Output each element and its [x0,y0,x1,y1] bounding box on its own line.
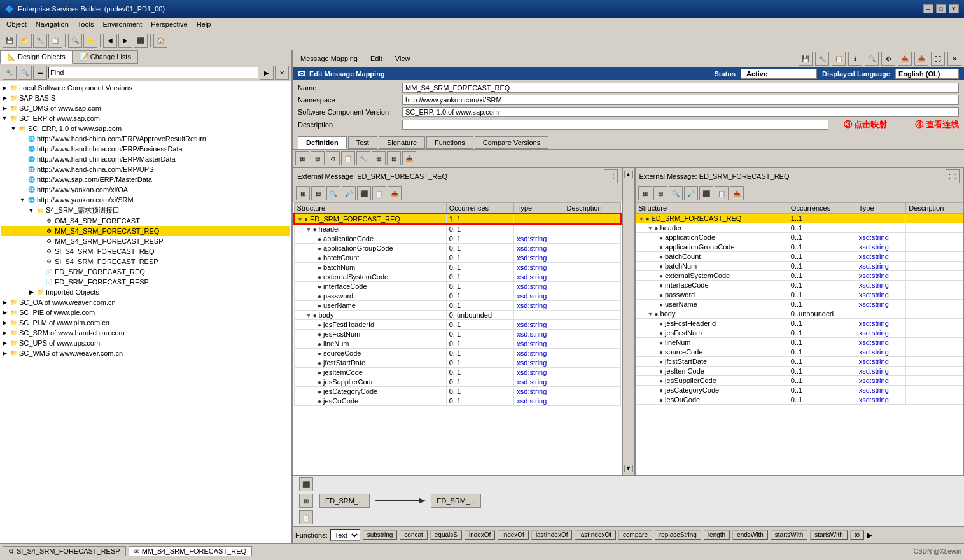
tree-item-sc-pie[interactable]: ▶ 📁 SC_PIE of www.pie.com [1,307,290,318]
tab-signature[interactable]: Signature [379,136,425,149]
tab-compare-versions[interactable]: Compare Versions [475,136,549,149]
rmt-btn-5[interactable]: ⬛ [699,186,713,200]
lmt-btn-5[interactable]: ⬛ [357,186,371,200]
left-toolbar-btn-1[interactable]: 🔧 [3,66,17,80]
lmt-btn-6[interactable]: 📋 [372,186,386,200]
tree-item-ed-resp[interactable]: 📄 ED_SRM_FORECAST_RESP [1,277,290,287]
tree-item-imported[interactable]: ▶ 📁 Imported Objects [1,287,290,297]
table-row[interactable]: ● jesOuCode0..1xsd:string [294,396,621,406]
table-row[interactable]: ● jesSupplierCode0..1xsd:string [636,376,963,386]
func-btn-compare[interactable]: compare [618,530,652,540]
menu-message-mapping[interactable]: Message Mapping [295,53,363,64]
tree-item-si-resp[interactable]: ⚙ SI_S4_SRM_FORECAST_RESP [1,256,290,267]
maximize-button[interactable]: □ [936,4,946,13]
lmt-btn-2[interactable]: ⊟ [311,186,325,200]
map-toolbar-btn-4[interactable]: 📋 [341,151,355,165]
tree-item-sc-erp[interactable]: ▼ 📁 SC_ERP of www.sap.com [1,113,290,123]
table-row[interactable]: ● batchNum0..1xsd:string [636,262,963,271]
tree-item-om-forecast[interactable]: ⚙ OM_S4_SRM_FORECAST [1,216,290,226]
left-map-expand[interactable]: ⛶ [604,169,618,183]
expand-icon[interactable]: ▼ [10,125,17,132]
table-row[interactable]: ● applicationCode0..1xsd:string [636,233,963,242]
func-scroll-right[interactable]: ▶ [867,531,872,540]
expand-icon[interactable] [37,248,43,255]
table-row[interactable]: ● jfcstStartDate0..1xsd:string [636,357,963,367]
tab-test[interactable]: Test [348,136,377,149]
expand-icon[interactable]: ▶ [1,95,8,101]
table-row[interactable]: ● externalSystemCode0..1xsd:string [294,272,621,282]
close-button[interactable]: ✕ [949,4,959,13]
tree-item-local-software[interactable]: ▶ 📁 Local Software Component Versions [1,83,290,93]
menu-environment[interactable]: Environment [99,19,146,29]
expand-icon[interactable] [19,166,25,172]
expand-icon[interactable] [19,156,25,162]
rmt-btn-2[interactable]: ⊟ [653,186,667,200]
rmt-btn-7[interactable]: 📤 [730,186,744,200]
table-row[interactable]: ● jesFcstNum0..1xsd:string [636,328,963,338]
tree-item-hand-approve[interactable]: 🌐 http://www.hand-china.com/ERP/ApproveR… [1,134,290,144]
expand-icon[interactable]: ▶ [1,319,8,326]
toolbar-back[interactable]: ◀ [103,34,117,48]
bottom-tab-mm-req[interactable]: ✉ MM_S4_SRM_FORECAST_REQ [129,546,252,556]
func-btn-startswith1[interactable]: startsWith [771,530,807,540]
expand-icon[interactable] [19,186,25,193]
expand-icon[interactable] [37,279,43,285]
func-btn-concat[interactable]: concat [400,530,427,540]
toolbar-btn-8[interactable]: 🏠 [153,34,167,48]
lmt-btn-1[interactable]: ⊞ [296,186,310,200]
search-input[interactable] [48,67,258,78]
expand-icon[interactable]: ▶ [1,340,8,346]
func-btn-indexof1[interactable]: indexOf [465,530,495,540]
tab-functions[interactable]: Functions [426,136,473,149]
map-toolbar-btn-2[interactable]: ⊟ [311,151,325,165]
right-map-expand[interactable]: ⛶ [946,169,960,183]
func-btn-lastindexof2[interactable]: lastIndexOf [575,530,616,540]
table-row[interactable]: ● jesCategoryCode0..1xsd:string [636,386,963,395]
lmt-btn-7[interactable]: 📤 [388,186,402,200]
table-row[interactable]: ● jesFcstHeaderId0..1xsd:string [294,320,621,330]
tree-item-sc-plm[interactable]: ▶ 📁 SC_PLM of www.plm.com.cn [1,318,290,328]
map-scroll-up[interactable]: ▲ [624,171,633,178]
lmt-btn-4[interactable]: 🔎 [342,186,356,200]
table-row[interactable]: ● jesItemCode0..1xsd:string [636,367,963,376]
expand-icon[interactable]: ▼ [1,115,8,122]
tree-item-sc-srm[interactable]: ▶ 📁 SC_SRM of www.hand-china.com [1,328,290,338]
table-row[interactable]: ● sourceCode0..1xsd:string [636,347,963,357]
table-row[interactable]: ● externalSystemCode0..1xsd:string [636,271,963,281]
menu-help[interactable]: Help [193,19,215,29]
tree-item-hand-ups[interactable]: 🌐 http://www.hand-china.com/ERP/UPS [1,164,290,174]
toolbar-btn-1[interactable]: 💾 [3,34,17,48]
table-row[interactable]: ● lineNum0..1xsd:string [636,338,963,347]
table-row[interactable]: ▼● header0..1 [294,224,621,234]
func-btn-length[interactable]: length [704,530,730,540]
menu-tools[interactable]: Tools [74,19,98,29]
tree-item-sc-erp-1[interactable]: ▼ 📂 SC_ERP, 1.0 of www.sap.com [1,123,290,134]
map-toolbar-btn-8[interactable]: 📤 [402,151,416,165]
tree-item-mm-forecast-req[interactable]: ⚙ MM_S4_SRM_FORECAST_REQ [1,226,290,236]
expand-icon[interactable] [19,146,25,152]
tree-item-sc-oa[interactable]: ▶ 📁 SC_OA of www.weaver.com.cn [1,297,290,307]
expand-icon[interactable]: ▶ [1,330,8,336]
toolbar-btn-6[interactable]: ⭐ [83,34,97,48]
table-row[interactable]: ● batchCount0..1xsd:string [636,252,963,262]
tree-item-s4-srm[interactable]: ▼ 📁 S4_SRM_需求预测接口 [1,205,290,216]
left-toolbar-search-go[interactable]: ▶ [260,66,274,80]
func-btn-endswith[interactable]: endsWith [732,530,768,540]
map-scroll-down[interactable]: ▼ [624,465,633,472]
table-row[interactable]: ▼● body0..unbounded [636,309,963,319]
table-row[interactable]: ● batchCount0..1xsd:string [294,253,621,263]
right-toolbar-btn-7[interactable]: 📤 [898,52,912,66]
tree-item-sap-basis[interactable]: ▶ 📁 SAP BASIS [1,93,290,103]
table-row[interactable]: ▼● header0..1 [636,223,963,233]
tree-item-ed-req[interactable]: 📄 ED_SRM_FORECAST_REQ [1,267,290,277]
table-row[interactable]: ● lineNum0..1xsd:string [294,339,621,349]
menu-edit[interactable]: Edit [365,53,388,64]
expand-icon[interactable]: ▶ [1,350,8,356]
rmt-btn-4[interactable]: 🔎 [684,186,698,200]
right-toolbar-btn-5[interactable]: 🔍 [865,52,879,66]
table-row[interactable]: ● userName0..1xsd:string [636,300,963,309]
map-toolbar-btn-5[interactable]: 🔧 [356,151,370,165]
map-toolbar-btn-7[interactable]: ⊟ [387,151,401,165]
expand-icon[interactable]: ▶ [1,105,8,111]
right-toolbar-btn-8[interactable]: 📥 [914,52,928,66]
